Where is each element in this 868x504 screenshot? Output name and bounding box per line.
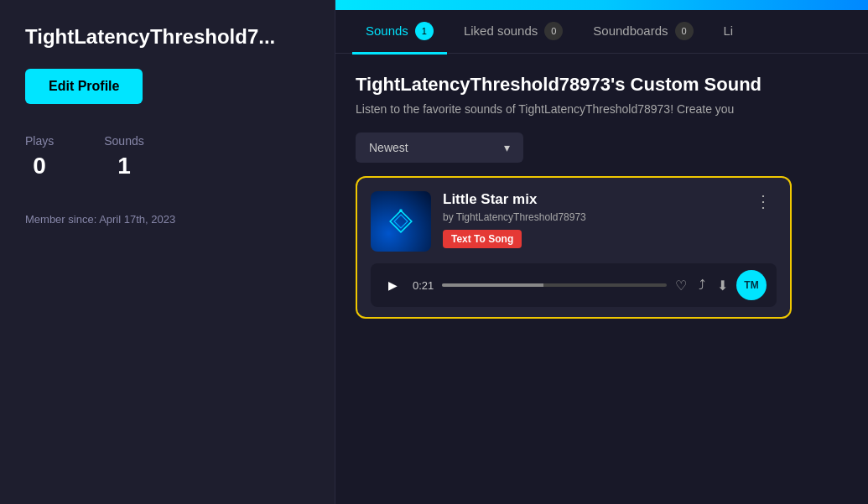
svg-marker-1 xyxy=(394,215,408,228)
tab-soundboards-label: Soundboards xyxy=(593,23,668,38)
tab-li-label: Li xyxy=(724,23,734,38)
stats-row: Plays 0 Sounds 1 xyxy=(25,134,144,179)
sidebar-username: TightLatencyThreshold7... xyxy=(25,25,275,49)
sound-card: Little Star mix by TightLatencyThreshold… xyxy=(356,176,792,319)
sort-label: Newest xyxy=(369,141,408,154)
tab-sounds-badge: 1 xyxy=(415,22,434,40)
plays-stat: Plays 0 xyxy=(25,134,54,179)
card-top: Little Star mix by TightLatencyThreshold… xyxy=(371,191,777,252)
top-banner xyxy=(335,0,868,10)
tab-soundboards[interactable]: Soundboards 0 xyxy=(580,10,706,55)
sort-dropdown[interactable]: Newest ▾ xyxy=(356,132,523,163)
content-area: TightLatencyThreshold78973's Custom Soun… xyxy=(335,54,868,504)
edit-profile-button[interactable]: Edit Profile xyxy=(25,69,143,104)
tab-soundboards-badge: 0 xyxy=(675,22,694,40)
card-title: Little Star mix xyxy=(443,191,738,208)
more-options-icon[interactable]: ⋮ xyxy=(750,191,777,211)
album-art xyxy=(371,191,431,252)
player-icons: ♡ ⤴ ⬇ xyxy=(675,278,728,294)
sounds-label: Sounds xyxy=(104,134,143,148)
progress-fill xyxy=(442,283,543,287)
section-desc: Listen to the favorite sounds of TightLa… xyxy=(356,102,848,116)
svg-rect-2 xyxy=(399,210,402,212)
plays-label: Plays xyxy=(25,134,54,148)
play-button[interactable]: ▶ xyxy=(381,273,404,297)
player-bar: ▶ 0:21 ♡ ⤴ ⬇ TM xyxy=(371,263,777,307)
share-icon[interactable]: ⤴ xyxy=(699,278,705,293)
diamond-icon xyxy=(387,208,414,235)
tab-liked-sounds-label: Liked sounds xyxy=(464,23,538,38)
tab-sounds-label: Sounds xyxy=(366,23,408,38)
avatar[interactable]: TM xyxy=(736,270,767,300)
tab-liked-sounds[interactable]: Liked sounds 0 xyxy=(450,10,576,55)
svg-marker-0 xyxy=(390,210,412,232)
tab-sounds[interactable]: Sounds 1 xyxy=(352,10,447,55)
time-display: 0:21 xyxy=(413,279,434,292)
sounds-value: 1 xyxy=(117,153,131,179)
tab-liked-sounds-badge: 0 xyxy=(544,22,563,40)
text-to-song-tag[interactable]: Text To Song xyxy=(443,230,522,248)
plays-value: 0 xyxy=(33,153,46,179)
heart-icon[interactable]: ♡ xyxy=(675,278,687,294)
progress-bar[interactable] xyxy=(442,283,667,287)
section-title: TightLatencyThreshold78973's Custom Soun… xyxy=(356,74,848,96)
sounds-stat: Sounds 1 xyxy=(104,134,143,179)
sidebar: TightLatencyThreshold7... Edit Profile P… xyxy=(0,0,335,504)
main-content: Sounds 1 Liked sounds 0 Soundboards 0 Li… xyxy=(335,0,868,504)
download-icon[interactable]: ⬇ xyxy=(717,278,728,294)
chevron-down-icon: ▾ xyxy=(504,141,510,154)
card-info: Little Star mix by TightLatencyThreshold… xyxy=(443,191,738,248)
album-art-inner xyxy=(371,191,431,252)
tab-li[interactable]: Li xyxy=(710,12,747,52)
member-since: Member since: April 17th, 2023 xyxy=(25,213,175,226)
card-author: by TightLatencyThreshold78973 xyxy=(443,211,738,223)
tabs-bar: Sounds 1 Liked sounds 0 Soundboards 0 Li xyxy=(335,10,868,54)
